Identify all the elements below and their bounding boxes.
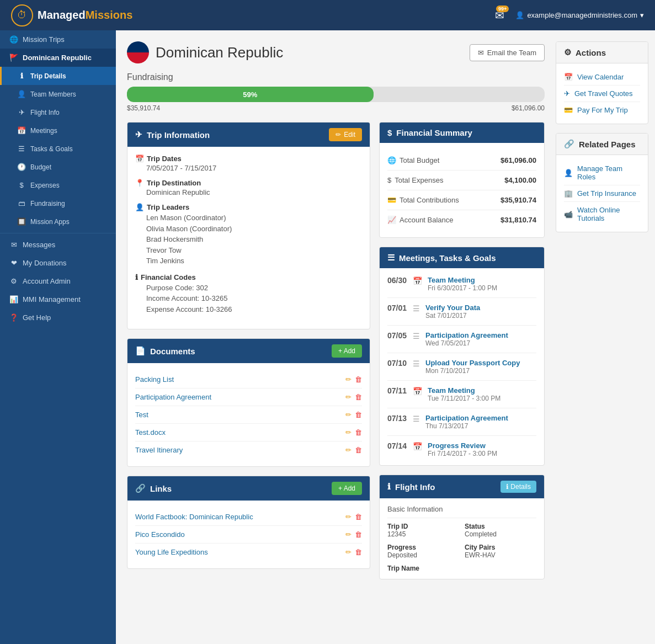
sidebar-item-label: Flight Info — [30, 109, 60, 116]
pay-for-trip-link[interactable]: 💳 Pay For My Trip — [564, 102, 640, 118]
flag-icon: 🚩 — [9, 54, 18, 62]
sidebar-item-label: Account Admin — [23, 277, 71, 285]
document-name[interactable]: Packing List — [135, 375, 174, 384]
sidebar-item-trip-details[interactable]: ℹ Trip Details — [0, 67, 116, 85]
delete-icon[interactable]: 🗑 — [355, 513, 362, 521]
document-row: Packing List ✏ 🗑 — [135, 371, 362, 388]
notification-bell[interactable]: ✉ 99+ — [495, 9, 504, 22]
progress-bar-fill: 59% — [127, 87, 374, 102]
get-travel-quotes-link[interactable]: ✈ Get Travel Quotes — [564, 86, 640, 102]
globe-icon: 🌐 — [9, 35, 18, 44]
page-title: Dominican Republic — [156, 44, 283, 61]
delete-icon[interactable]: 🗑 — [355, 548, 362, 556]
top-navigation: ⏱ ManagedMissions ✉ 99+ 👤 example@manage… — [0, 0, 655, 30]
financial-row: 📈 Account Balance $31,810.74 — [387, 210, 536, 230]
user-email: example@managedministries.com — [527, 11, 637, 19]
financial-row: 💳 Total Contributions $35,910.74 — [387, 190, 536, 210]
trip-info-card-body: 📅 Trip Dates 7/05/2017 - 7/15/2017 📍 Tri… — [127, 147, 370, 329]
sidebar-item-dominican-republic[interactable]: 🚩 Dominican Republic — [0, 49, 116, 67]
documents-card: 📄 Documents + Add Packing List ✏ 🗑 — [127, 338, 370, 467]
link-icon: 🔗 — [564, 139, 574, 149]
email-team-button[interactable]: ✉ Email the Team — [470, 44, 545, 61]
edit-icon[interactable]: ✏ — [345, 375, 352, 384]
add-link-button[interactable]: + Add — [332, 482, 362, 495]
trip-information-card: ✈ Trip Information ✏ Edit 📅 Trip Dat — [127, 122, 370, 329]
video-icon: 📹 — [564, 210, 573, 219]
left-column: ✈ Trip Information ✏ Edit 📅 Trip Dat — [127, 122, 370, 579]
sidebar-item-messages[interactable]: ✉ Messages — [0, 236, 116, 254]
sidebar-item-label: Trip Details — [30, 72, 66, 80]
list-icon: ☰ — [413, 304, 420, 313]
documents-card-header: 📄 Documents + Add — [127, 339, 370, 363]
financial-summary-body: 🌐 Total Budget $61,096.00 $ Total Expens… — [380, 143, 544, 237]
top-nav-right: ✉ 99+ 👤 example@managedministries.com ▾ — [495, 9, 644, 22]
actions-widget-body: 📅 View Calendar ✈ Get Travel Quotes 💳 Pa… — [556, 63, 648, 124]
sidebar-item-mission-trips[interactable]: 🌐 Mission Trips — [0, 30, 116, 49]
link-name[interactable]: World Factbook: Dominican Republic — [135, 513, 253, 521]
delete-icon[interactable]: 🗑 — [355, 446, 362, 454]
document-name[interactable]: Test.docx — [135, 428, 166, 437]
list-icon: ☰ — [413, 359, 420, 368]
document-row: Test ✏ 🗑 — [135, 406, 362, 424]
sidebar-item-budget[interactable]: 🕐 Budget — [0, 158, 116, 176]
sidebar-item-mission-apps[interactable]: 🔲 Mission Apps — [0, 212, 116, 231]
flight-info-card-header: ℹ Flight Info ℹ Details — [380, 475, 544, 498]
fundraising-section: Fundraising 59% $35,910.74 $61,096.00 — [127, 72, 545, 112]
flight-grid: Trip ID 12345 Status Completed Progress … — [387, 523, 536, 572]
delete-icon[interactable]: 🗑 — [355, 428, 362, 437]
sidebar-item-flight-info[interactable]: ✈ Flight Info — [0, 103, 116, 121]
financial-row: $ Total Expenses $4,100.00 — [387, 171, 536, 190]
chart-icon: 📊 — [9, 295, 18, 304]
sidebar-item-account-admin[interactable]: ⚙ Account Admin — [0, 272, 116, 290]
sidebar-item-label: Budget — [30, 163, 51, 171]
user-menu[interactable]: 👤 example@managedministries.com ▾ — [515, 11, 644, 19]
edit-icon[interactable]: ✏ — [345, 446, 352, 454]
delete-icon[interactable]: 🗑 — [355, 530, 362, 539]
delete-icon[interactable]: 🗑 — [355, 393, 362, 401]
edit-trip-button[interactable]: ✏ Edit — [329, 128, 362, 141]
add-document-button[interactable]: + Add — [332, 344, 362, 358]
trip-leaders-list: Len Mason (Coordinator) Olivia Mason (Co… — [135, 212, 362, 267]
link-name[interactable]: Young Life Expeditions — [135, 548, 208, 556]
heart-icon: ❤ — [9, 259, 18, 267]
document-name[interactable]: Travel Itinerary — [135, 446, 183, 454]
get-trip-insurance-link[interactable]: 🏢 Get Trip Insurance — [564, 185, 640, 202]
link-row: Young Life Expeditions ✏ 🗑 — [135, 544, 362, 561]
related-pages-widget: 🔗 Related Pages 👤 Manage Team Roles 🏢 Ge… — [556, 133, 648, 232]
progress-amounts: $35,910.74 $61,096.00 — [127, 104, 545, 112]
sidebar-item-label: Mission Apps — [30, 218, 70, 226]
trip-dates-field: 📅 Trip Dates 7/05/2017 - 7/15/2017 — [135, 155, 362, 172]
sidebar-item-get-help[interactable]: ❓ Get Help — [0, 308, 116, 327]
related-pages-widget-header: 🔗 Related Pages — [556, 134, 648, 155]
sidebar-item-team-members[interactable]: 👤 Team Members — [0, 85, 116, 103]
view-calendar-link[interactable]: 📅 View Calendar — [564, 69, 640, 86]
sidebar-item-fundraising[interactable]: 🗃 Fundraising — [0, 194, 116, 212]
sidebar-item-my-donations[interactable]: ❤ My Donations — [0, 254, 116, 272]
sidebar-item-tasks-goals[interactable]: ☰ Tasks & Goals — [0, 140, 116, 158]
sidebar-item-expenses[interactable]: $ Expenses — [0, 176, 116, 194]
document-name[interactable]: Participation Agreement — [135, 393, 211, 401]
edit-icon[interactable]: ✏ — [345, 513, 352, 521]
sidebar-item-mmi-management[interactable]: 📊 MMI Management — [0, 290, 116, 308]
delete-icon[interactable]: 🗑 — [355, 411, 362, 419]
edit-icon[interactable]: ✏ — [345, 548, 352, 556]
card-icon: 💳 — [564, 106, 573, 114]
edit-icon[interactable]: ✏ — [345, 530, 352, 539]
edit-icon[interactable]: ✏ — [345, 428, 352, 437]
financial-summary-card: $ Financial Summary 🌐 Total Budget $61,0… — [379, 122, 545, 238]
main-content: Dominican Republic ✉ Email the Team Fund… — [116, 30, 556, 644]
sidebar-item-meetings[interactable]: 📅 Meetings — [0, 121, 116, 140]
link-name[interactable]: Pico Escondido — [135, 530, 185, 539]
document-row: Participation Agreement ✏ 🗑 — [135, 388, 362, 406]
flight-details-button[interactable]: ℹ Details — [500, 481, 536, 493]
person-icon: 👤 — [135, 203, 144, 211]
clock-icon: 🕐 — [17, 163, 26, 171]
calendar-icon: 📅 — [135, 155, 144, 163]
watch-tutorials-link[interactable]: 📹 Watch Online Tutorials — [564, 202, 640, 226]
delete-icon[interactable]: 🗑 — [355, 375, 362, 384]
edit-icon[interactable]: ✏ — [345, 393, 352, 401]
edit-icon[interactable]: ✏ — [345, 411, 352, 419]
manage-team-roles-link[interactable]: 👤 Manage Team Roles — [564, 161, 640, 185]
document-name[interactable]: Test — [135, 411, 148, 419]
meeting-row: 06/30 📅 Team Meeting Fri 6/30/2017 - 1:0… — [387, 270, 536, 298]
